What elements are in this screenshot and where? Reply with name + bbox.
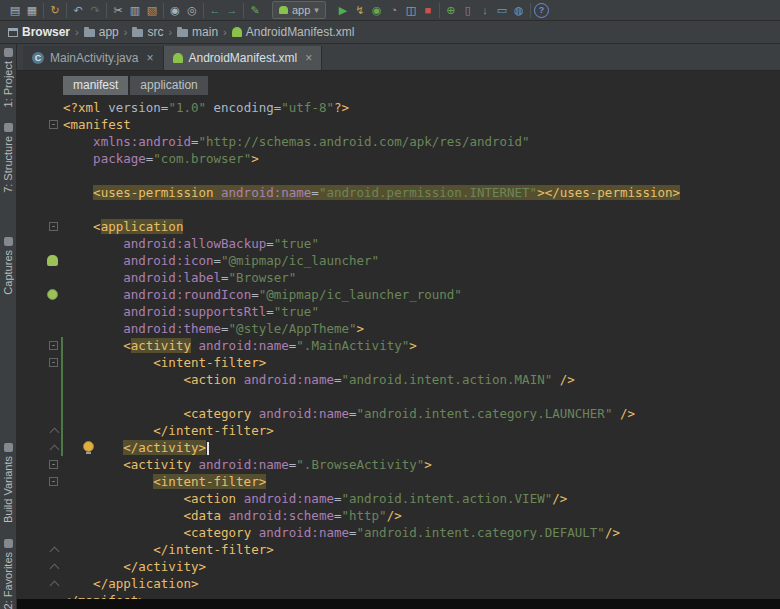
fold-collapse-icon[interactable] (49, 477, 58, 486)
code-line[interactable]: <activity android:name=".MainActivity"> (17, 337, 780, 354)
help-icon[interactable]: ? (534, 3, 549, 18)
code-line[interactable]: <action android:name="android.intent.act… (17, 371, 780, 388)
close-icon[interactable]: × (305, 51, 312, 65)
code-line[interactable]: android:supportsRtl="true" (17, 303, 780, 320)
profile-icon[interactable]: ◔ (386, 2, 402, 18)
stop-icon[interactable]: ■ (420, 2, 436, 18)
tab-androidmanifest-xml[interactable]: AndroidManifest.xml× (164, 46, 323, 70)
cut-icon[interactable]: ✂ (110, 2, 126, 18)
tool-button-captures[interactable]: Captures (2, 237, 14, 295)
code-line[interactable]: android:roundIcon="@mipmap/ic_launcher_r… (17, 286, 780, 303)
tool-button-2-favorites[interactable]: 2: Favorites (2, 539, 14, 609)
code-line[interactable]: </manifest> (17, 592, 780, 599)
avd-manager-icon[interactable]: ▯ (460, 2, 476, 18)
replace-icon[interactable]: ◎ (184, 2, 200, 18)
code-line[interactable] (17, 167, 780, 184)
code-line[interactable]: <manifest (17, 116, 780, 133)
code-line[interactable]: </activity> (17, 558, 780, 575)
code-line[interactable]: </activity> (17, 439, 780, 456)
code-line[interactable] (17, 388, 780, 405)
code-line[interactable]: <intent-filter> (17, 354, 780, 371)
tool-button-build-variants[interactable]: Build Variants (2, 443, 14, 523)
tool-button-7-structure[interactable]: 7: Structure (2, 123, 14, 193)
breadcrumb-separator: › (168, 26, 172, 38)
tool-button-label: 2: Favorites (2, 552, 14, 609)
code-line[interactable]: <data android:scheme="http"/> (17, 507, 780, 524)
code-line[interactable] (17, 201, 780, 218)
gutter (17, 150, 63, 167)
code-line[interactable]: <?xml version="1.0" encoding="utf-8"?> (17, 99, 780, 116)
code-text: <data android:scheme="http"/> (63, 507, 780, 524)
window-icon (8, 28, 18, 37)
breadcrumb-item-browser[interactable]: Browser (8, 25, 70, 39)
code-line[interactable]: android:theme="@style/AppTheme"> (17, 320, 780, 337)
coverage-icon[interactable]: ◫ (403, 2, 419, 18)
code-text: </manifest> (63, 592, 780, 599)
gutter (17, 456, 63, 473)
breadcrumb-item-app[interactable]: app (84, 25, 119, 39)
code-line[interactable]: <intent-filter> (17, 473, 780, 490)
code-line[interactable]: </application> (17, 575, 780, 592)
gutter (17, 286, 63, 303)
fold-end-icon (50, 445, 60, 455)
gutter (17, 388, 63, 405)
code-text (63, 167, 780, 184)
code-line[interactable]: <activity android:name=".BrowseActivity"… (17, 456, 780, 473)
code-line[interactable]: <category android:name="android.intent.c… (17, 405, 780, 422)
code-line[interactable]: android:allowBackup="true" (17, 235, 780, 252)
code-line[interactable]: xmlns:android="http://schemas.android.co… (17, 133, 780, 150)
xml-breadcrumb-application[interactable]: application (130, 76, 207, 95)
status-bar (17, 599, 780, 609)
undo-icon[interactable]: ↶ (70, 2, 86, 18)
code-line[interactable]: android:label="Browser" (17, 269, 780, 286)
copy-icon[interactable]: ▥ (127, 2, 143, 18)
code-line[interactable]: </intent-filter> (17, 422, 780, 439)
code-line[interactable]: <category android:name="android.intent.c… (17, 524, 780, 541)
code-line[interactable]: </intent-filter> (17, 541, 780, 558)
breadcrumb-item-src[interactable]: src (132, 25, 163, 39)
fold-collapse-icon[interactable] (49, 120, 58, 129)
tool-button-1-project[interactable]: 1: Project (2, 48, 14, 107)
code-line[interactable]: package="com.browser"> (17, 150, 780, 167)
build-icon[interactable]: ✎ (247, 2, 263, 18)
gutter (17, 235, 63, 252)
attach-debugger-icon[interactable]: ⊕ (443, 2, 459, 18)
save-all-icon[interactable]: ▦ (24, 2, 40, 18)
code-line[interactable]: <application (17, 218, 780, 235)
run-configuration-select[interactable]: app ▾ (272, 1, 326, 19)
gutter (17, 592, 63, 599)
open-project-icon[interactable]: ▤ (7, 2, 23, 18)
tab-mainactivity-java[interactable]: CMainActivity.java× (23, 46, 164, 70)
intention-bulb-icon[interactable] (83, 441, 94, 452)
fold-collapse-icon[interactable] (49, 341, 58, 350)
breadcrumb-separator: › (124, 26, 128, 38)
run-icon[interactable]: ▶ (335, 2, 351, 18)
back-icon[interactable]: ← (207, 2, 223, 18)
breadcrumb-separator: › (75, 26, 79, 38)
breadcrumb-item-main[interactable]: main (177, 25, 218, 39)
find-icon[interactable]: ◉ (167, 2, 183, 18)
code-line[interactable]: android:icon="@mipmap/ic_launcher" (17, 252, 780, 269)
breadcrumb-item-androidmanifest-xml[interactable]: AndroidManifest.xml (232, 25, 355, 39)
code-line[interactable]: <uses-permission android:name="android.p… (17, 184, 780, 201)
forward-icon[interactable]: → (224, 2, 240, 18)
fold-collapse-icon[interactable] (49, 460, 58, 469)
close-icon[interactable]: × (146, 51, 153, 65)
sync-icon[interactable]: ↻ (47, 2, 63, 18)
paste-icon[interactable]: ▧ (144, 2, 160, 18)
structure-icon (4, 123, 13, 132)
xml-breadcrumb-manifest[interactable]: manifest (63, 76, 128, 95)
code-text: <activity android:name=".BrowseActivity"… (63, 456, 780, 473)
code-text: </application> (63, 575, 780, 592)
sdk-manager-icon[interactable]: ↓ (477, 2, 493, 18)
gradle-sync-icon[interactable]: ◍ (511, 2, 527, 18)
fold-collapse-icon[interactable] (49, 358, 58, 367)
gutter (17, 490, 63, 507)
apply-changes-icon[interactable]: ↯ (352, 2, 368, 18)
code-line[interactable]: <action android:name="android.intent.act… (17, 490, 780, 507)
debug-icon[interactable]: ◉ (369, 2, 385, 18)
fold-collapse-icon[interactable] (49, 222, 58, 231)
redo-icon[interactable]: ↷ (87, 2, 103, 18)
device-monitor-icon[interactable]: ▭ (494, 2, 510, 18)
toolbar-group: ⊕▯↓▭◍ (440, 3, 531, 18)
